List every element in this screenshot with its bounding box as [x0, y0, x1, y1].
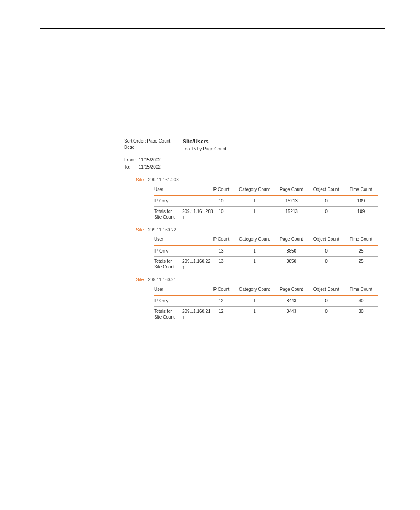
site-label: Site [136, 227, 144, 233]
cell-page: 15213 [275, 198, 308, 204]
totals-row: Totals for Site Count 209.11.160.22 1 13… [154, 258, 379, 271]
totals-time: 109 [344, 209, 378, 221]
totals-for-label: Totals for [154, 209, 182, 214]
site-value: 209.11.160.21 [148, 277, 176, 283]
col-page-header: Page Count [275, 236, 308, 242]
thin-rule [154, 256, 378, 257]
site-value: 209.11.160.22 [148, 227, 176, 233]
col-user-header: User [154, 187, 208, 193]
col-ip-header: IP Count [208, 187, 234, 193]
totals-ip: 12 [208, 308, 234, 321]
top-horizontal-rule [40, 28, 385, 29]
site-value: 209.11.161.208 [148, 177, 179, 183]
site-block: Site 209.11.160.22 User IP Count Categor… [124, 227, 379, 271]
site-label: Site [136, 177, 144, 183]
col-user-header: User [154, 236, 208, 242]
totals-site-value: 209.11.160.22 [182, 258, 208, 264]
col-page-header: Page Count [275, 187, 308, 193]
col-ip-header: IP Count [208, 286, 234, 293]
totals-site-value: 209.11.160.21 [182, 308, 208, 315]
table-row: IP Only 13 1 3850 0 25 [154, 248, 378, 255]
table-row: IP Only 10 1 15213 0 109 [154, 198, 378, 205]
site-count-label: Site Count [154, 264, 182, 270]
site-block: Site 209.11.161.208 User IP Count Catego… [124, 177, 379, 221]
from-label: From: [124, 157, 137, 163]
totals-row: Totals for Site Count 209.11.160.21 1 12… [154, 308, 379, 321]
table-header: User IP Count Category Count Page Count … [154, 286, 378, 294]
col-category-header: Category Count [234, 286, 275, 293]
totals-for-label: Totals for [154, 308, 182, 314]
cell-user: IP Only [154, 248, 208, 254]
col-object-header: Object Count [308, 187, 344, 193]
col-time-header: Time Count [344, 187, 378, 193]
cell-obj: 0 [308, 248, 344, 254]
report-title: Site/Users [183, 138, 226, 145]
col-object-header: Object Count [308, 286, 344, 293]
col-user-header: User [154, 286, 208, 293]
site-block: Site 209.11.160.21 User IP Count Categor… [124, 277, 379, 321]
cell-page: 3443 [275, 298, 308, 304]
totals-site-count: 1 [182, 265, 208, 271]
totals-site-count: 1 [182, 315, 208, 321]
totals-time: 25 [344, 258, 378, 271]
totals-for-label: Totals for [154, 258, 182, 264]
cell-ip: 13 [208, 248, 234, 254]
site-count-label: Site Count [154, 314, 182, 320]
totals-obj: 0 [308, 209, 344, 221]
totals-page: 3443 [275, 308, 308, 321]
to-label: To: [124, 164, 137, 170]
cell-ip: 12 [208, 298, 234, 304]
report-body: Sort Order: Page Count, Desc From: 11/15… [124, 138, 379, 321]
orange-rule [154, 195, 378, 196]
totals-obj: 0 [308, 258, 344, 271]
from-value: 11/15/2002 [139, 158, 161, 162]
section-horizontal-rule [88, 59, 385, 59]
table-header: User IP Count Category Count Page Count … [154, 236, 378, 244]
totals-cat: 1 [234, 209, 275, 221]
totals-site-count: 1 [182, 215, 208, 221]
cell-user: IP Only [154, 298, 208, 304]
cell-obj: 0 [308, 298, 344, 304]
to-value: 11/15/2002 [139, 165, 161, 169]
col-object-header: Object Count [308, 236, 344, 242]
cell-cat: 1 [234, 198, 275, 204]
cell-page: 3850 [275, 248, 308, 254]
col-category-header: Category Count [234, 187, 275, 193]
totals-page: 3850 [275, 258, 308, 271]
cell-ip: 10 [208, 198, 234, 204]
cell-obj: 0 [308, 198, 344, 204]
cell-user: IP Only [154, 198, 208, 204]
col-time-header: Time Count [344, 286, 378, 293]
totals-obj: 0 [308, 308, 344, 321]
totals-ip: 13 [208, 258, 234, 271]
site-label: Site [136, 277, 144, 283]
table-header: User IP Count Category Count Page Count … [154, 187, 378, 194]
cell-time: 25 [344, 248, 378, 254]
cell-cat: 1 [234, 248, 275, 254]
sort-order-label: Sort Order: [124, 139, 146, 143]
totals-site-value: 209.11.161.208 [182, 209, 208, 215]
col-time-header: Time Count [344, 236, 378, 242]
orange-rule [154, 295, 378, 296]
totals-cat: 1 [234, 308, 275, 321]
site-count-label: Site Count [154, 214, 182, 220]
cell-time: 109 [344, 198, 378, 204]
thin-rule [154, 206, 378, 207]
totals-cat: 1 [234, 258, 275, 271]
cell-cat: 1 [234, 298, 275, 304]
col-category-header: Category Count [234, 236, 275, 242]
thin-rule [154, 306, 378, 307]
totals-time: 30 [344, 308, 378, 321]
totals-ip: 10 [208, 209, 234, 221]
report-subtitle: Top 15 by Page Count [183, 146, 226, 152]
table-row: IP Only 12 1 3443 0 30 [154, 297, 378, 305]
col-ip-header: IP Count [208, 236, 234, 242]
col-page-header: Page Count [275, 286, 308, 293]
totals-row: Totals for Site Count 209.11.161.208 1 1… [154, 209, 379, 221]
cell-time: 30 [344, 298, 378, 304]
totals-page: 15213 [275, 209, 308, 221]
orange-rule [154, 245, 378, 246]
